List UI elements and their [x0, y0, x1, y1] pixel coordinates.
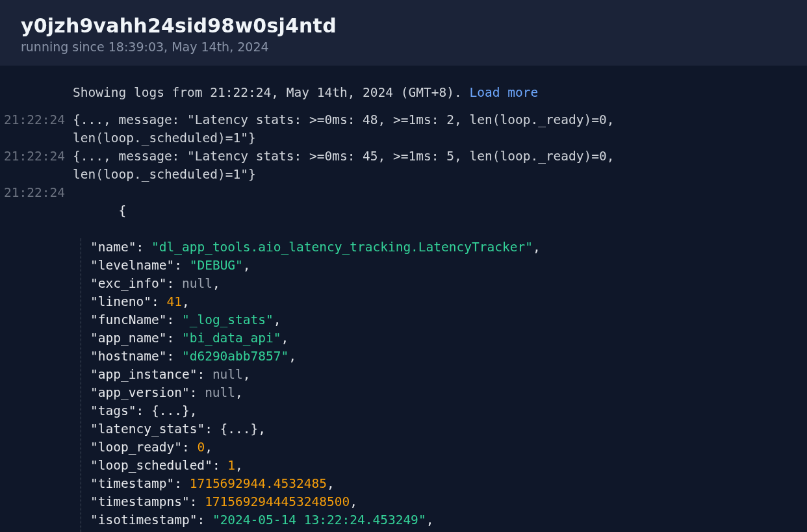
json-field: "lineno": 41, [90, 293, 798, 311]
json-key: funcName [98, 312, 159, 327]
json-field: "levelname": "DEBUG", [90, 257, 798, 275]
log-area: Showing logs from 21:22:24, May 14th, 20… [0, 66, 807, 532]
json-value: bi_data_api [190, 331, 274, 346]
log-id: y0jzh9vahh24sid98w0sj4ntd [21, 14, 786, 37]
json-value: _log_stats [190, 312, 266, 327]
json-field: "app_version": null, [90, 384, 798, 402]
json-key: tags [98, 403, 129, 418]
load-more-link[interactable]: Load more [469, 85, 538, 100]
json-field: "hostname": "d6290abb7857", [90, 348, 798, 366]
json-value: {...} [151, 403, 190, 418]
json-key: exc_info [98, 276, 159, 291]
json-value: {...} [220, 422, 259, 437]
json-value: 1715692944.4532485 [190, 476, 327, 491]
json-key: timestampns [98, 494, 182, 509]
json-key: latency_stats [98, 422, 198, 437]
json-field: "isotimestamp": "2024-05-14 13:22:24.453… [90, 511, 798, 529]
log-header: y0jzh9vahh24sid98w0sj4ntd running since … [0, 0, 807, 66]
json-key: lineno [98, 294, 144, 309]
log-message: {..., message: "Latency stats: >=0ms: 45… [73, 147, 807, 184]
json-value: 1715692944453248500 [205, 494, 350, 509]
log-status: running since 18:39:03, May 14th, 2024 [21, 40, 786, 54]
json-value: 0 [197, 440, 205, 455]
json-field: "app_instance": null, [90, 366, 798, 384]
log-intro-line: Showing logs from 21:22:24, May 14th, 20… [0, 84, 807, 102]
json-value: 2024-05-14 13:22:24.453249 [220, 513, 418, 527]
timestamp: 21:22:24 [0, 111, 73, 129]
log-intro: Showing logs from 21:22:24, May 14th, 20… [73, 84, 807, 102]
log-json: { "name": "dl_app_tools.aio_latency_trac… [73, 184, 807, 532]
json-key: loop_ready [98, 440, 174, 455]
json-key: hostname [98, 349, 159, 364]
json-field: "latency_stats": {...}, [90, 420, 798, 438]
json-key: loop_scheduled [98, 458, 205, 473]
timestamp: 21:22:24 [0, 184, 73, 202]
json-field: "name": "dl_app_tools.aio_latency_tracki… [90, 238, 798, 257]
log-entry-expanded[interactable]: 21:22:24 { "name": "dl_app_tools.aio_lat… [0, 184, 807, 532]
json-open-brace: { [118, 203, 126, 218]
timestamp: 21:22:24 [0, 147, 73, 166]
json-key: isotimestamp [98, 513, 190, 527]
json-field: "timestamp": 1715692944.4532485, [90, 475, 798, 493]
json-key: levelname [98, 258, 167, 273]
json-field: "timestampns": 1715692944453248500, [90, 493, 798, 511]
log-entry[interactable]: 21:22:24{..., message: "Latency stats: >… [0, 147, 807, 184]
json-key: app_instance [98, 367, 190, 382]
json-value: null [205, 385, 235, 400]
json-field: "funcName": "_log_stats", [90, 311, 798, 329]
json-key: timestamp [98, 476, 167, 491]
json-field: "message": "Latency stats: >=0ms: 49, >=… [90, 529, 798, 532]
intro-text: Showing logs from 21:22:24, May 14th, 20… [73, 85, 469, 100]
json-key: app_name [98, 331, 159, 346]
json-value: null [212, 367, 243, 382]
json-value: dl_app_tools.aio_latency_tracking.Latenc… [159, 240, 526, 255]
json-value: d6290abb7857 [190, 349, 281, 364]
json-field: "app_name": "bi_data_api", [90, 329, 798, 348]
json-value: null [182, 276, 212, 291]
json-field: "tags": {...}, [90, 402, 798, 420]
json-field: "loop_scheduled": 1, [90, 457, 798, 475]
log-entry[interactable]: 21:22:24{..., message: "Latency stats: >… [0, 111, 807, 147]
json-key: name [98, 240, 129, 255]
json-key: app_version [98, 385, 182, 400]
json-value: 41 [166, 294, 181, 309]
log-message: {..., message: "Latency stats: >=0ms: 48… [73, 111, 807, 147]
json-value: 1 [227, 458, 235, 473]
json-fields: "name": "dl_app_tools.aio_latency_tracki… [81, 238, 798, 532]
json-value: DEBUG [197, 258, 235, 273]
json-field: "loop_ready": 0, [90, 438, 798, 457]
json-field: "exc_info": null, [90, 275, 798, 293]
